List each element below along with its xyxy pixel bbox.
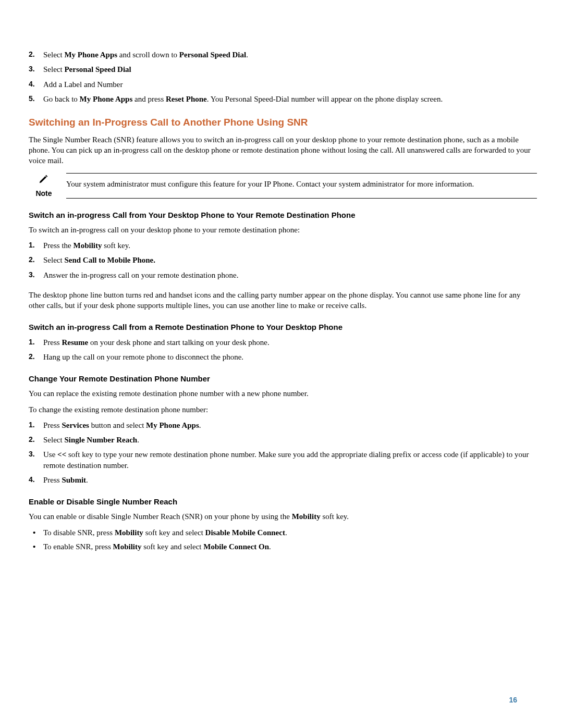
note-body: Your system administrator must configure…: [66, 173, 537, 198]
item-number: 1.: [29, 337, 35, 347]
item-text: Select Send Call to Mobile Phone.: [43, 256, 155, 264]
bullet-item: To disable SNR, press Mobility soft key …: [29, 527, 537, 538]
item-text: Answer the in-progress call on your remo…: [43, 271, 239, 279]
note-box: Note Your system administrator must conf…: [29, 173, 537, 198]
item-number: 2.: [29, 50, 35, 59]
change-number-p1: You can replace the existing remote dest…: [29, 388, 537, 399]
item-text: Go back to My Phone Apps and press Reset…: [43, 95, 443, 103]
page-number: 16: [509, 695, 517, 705]
bullet-text: To enable SNR, press Mobility soft key a…: [43, 542, 271, 551]
list-item: 1.Press Services button and select My Ph…: [29, 420, 537, 430]
switch-to-remote-steps: 1.Press the Mobility soft key. 2.Select …: [29, 240, 537, 280]
note-left: Note: [29, 173, 59, 198]
top-ordered-list: 2.Select My Phone Apps and scroll down t…: [29, 50, 537, 104]
switch-to-desktop-steps: 1.Press Resume on your desk phone and st…: [29, 337, 537, 363]
pencil-icon: [38, 173, 50, 184]
note-label: Note: [29, 189, 59, 199]
item-number: 2.: [29, 255, 35, 265]
switch-to-remote-intro: To switch an in-progress call on your de…: [29, 225, 537, 235]
bullet-item: To enable SNR, press Mobility soft key a…: [29, 541, 537, 552]
change-number-p2: To change the existing remote destinatio…: [29, 404, 537, 415]
item-text: Press Resume on your desk phone and star…: [43, 338, 270, 347]
subheading-enable-disable: Enable or Disable Single Number Reach: [29, 497, 537, 507]
item-number: 3.: [29, 449, 35, 459]
list-item: 3.Use << soft key to type your new remot…: [29, 449, 537, 471]
item-text: Hang up the call on your remote phone to…: [43, 353, 243, 361]
item-number: 1.: [29, 240, 35, 250]
item-number: 3.: [29, 64, 35, 74]
enable-disable-intro: You can enable or disable Single Number …: [29, 511, 537, 522]
item-text: Press Submit.: [43, 476, 88, 484]
item-text: Add a Label and Number: [43, 80, 123, 89]
list-item: 1.Press the Mobility soft key.: [29, 240, 537, 251]
item-text: Select Personal Speed Dial: [43, 65, 131, 73]
list-item: 2.Select My Phone Apps and scroll down t…: [29, 50, 537, 60]
switch-to-remote-after: The desktop phone line button turns red …: [29, 290, 537, 311]
subheading-change-number: Change Your Remote Destination Phone Num…: [29, 374, 537, 384]
list-item: 4.Press Submit.: [29, 475, 537, 485]
list-item: 1.Press Resume on your desk phone and st…: [29, 337, 537, 348]
item-number: 4.: [29, 79, 35, 89]
change-number-steps: 1.Press Services button and select My Ph…: [29, 420, 537, 485]
list-item: 2.Select Single Number Reach.: [29, 435, 537, 445]
document-page: 2.Select My Phone Apps and scroll down t…: [0, 0, 563, 728]
list-item: 3.Select Personal Speed Dial: [29, 64, 537, 75]
item-number: 4.: [29, 475, 35, 485]
bullet-text: To disable SNR, press Mobility soft key …: [43, 528, 287, 537]
item-number: 5.: [29, 94, 35, 104]
subheading-switch-to-remote: Switch an in-progress Call from Your Des…: [29, 210, 537, 220]
item-text: Press the Mobility soft key.: [43, 241, 130, 250]
snr-intro: The Single Number Reach (SNR) feature al…: [29, 134, 537, 166]
item-text: Select My Phone Apps and scroll down to …: [43, 51, 248, 59]
list-item: 3.Answer the in-progress call on your re…: [29, 270, 537, 280]
subheading-switch-to-desktop: Switch an in-progress Call from a Remote…: [29, 322, 537, 332]
list-item: 5.Go back to My Phone Apps and press Res…: [29, 94, 537, 104]
list-item: 4.Add a Label and Number: [29, 79, 537, 90]
item-number: 1.: [29, 420, 35, 430]
section-heading-snr: Switching an In-Progress Call to Another…: [29, 116, 537, 129]
item-number: 3.: [29, 270, 35, 280]
list-item: 2.Select Send Call to Mobile Phone.: [29, 255, 537, 265]
item-text: Use << soft key to type your new remote …: [43, 450, 529, 469]
list-item: 2.Hang up the call on your remote phone …: [29, 352, 537, 362]
item-number: 2.: [29, 352, 35, 362]
item-text: Select Single Number Reach.: [43, 436, 139, 444]
item-text: Press Services button and select My Phon…: [43, 421, 201, 429]
item-number: 2.: [29, 435, 35, 445]
enable-disable-bullets: To disable SNR, press Mobility soft key …: [29, 527, 537, 552]
